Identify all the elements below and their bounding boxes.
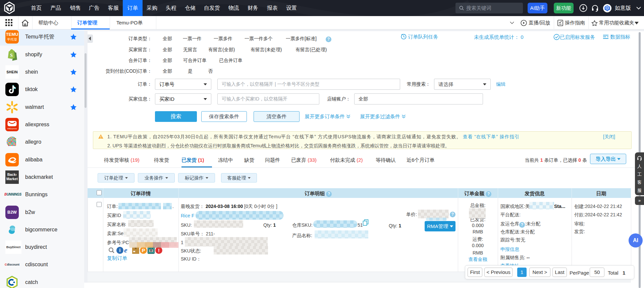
svg-text:AliExpress: AliExpress: [7, 128, 17, 130]
svg-text:S: S: [10, 53, 13, 58]
svg-text:LECANG: LECANG: [605, 10, 609, 11]
